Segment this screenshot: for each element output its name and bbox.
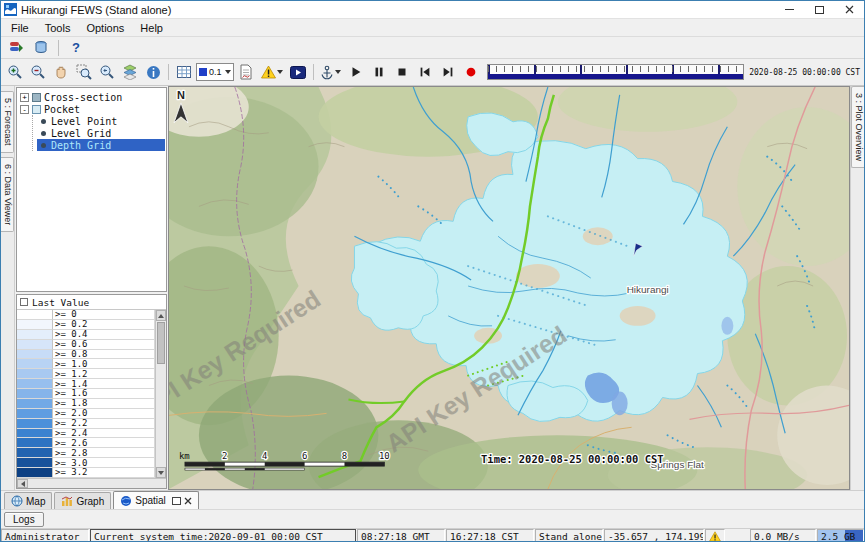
status-system-time: Current system time:2020-09-01 00:00 CST — [90, 529, 356, 542]
legend-list: >= 0 >= 0.2 >= 0.4 >= 0.6 >= 0.8 >= 1.0 … — [17, 310, 155, 478]
last-value-label: Last Value — [32, 297, 89, 308]
maximize-button[interactable] — [804, 1, 834, 18]
zoom-previous-button[interactable] — [96, 62, 118, 82]
menu-file[interactable]: File — [3, 20, 37, 36]
info-icon — [146, 65, 161, 80]
label-hikurangi: Hikurangi — [627, 284, 669, 295]
scroll-left-button[interactable] — [17, 479, 28, 488]
database-red-icon — [9, 40, 24, 55]
status-mode: Stand alone — [535, 529, 603, 542]
menu-options[interactable]: Options — [78, 20, 132, 36]
undock-icon[interactable] — [172, 497, 181, 505]
close-tab-icon[interactable] — [184, 497, 192, 505]
legend-swatch — [17, 438, 53, 448]
tree-item-label: Depth Grid — [51, 140, 111, 151]
timeline-ticks — [488, 66, 744, 72]
help-button[interactable]: ? — [65, 38, 87, 58]
minimize-button[interactable] — [774, 1, 804, 18]
play-icon — [349, 65, 363, 79]
legend-swatch — [17, 340, 53, 350]
tree-item-label: Level Grid — [51, 128, 111, 139]
import-status-button[interactable] — [5, 38, 27, 58]
close-icon — [845, 5, 854, 14]
pause-button[interactable] — [368, 62, 390, 82]
legend-swatch — [17, 350, 53, 360]
expand-icon[interactable]: + — [20, 93, 29, 102]
info-button[interactable] — [142, 62, 164, 82]
tab-plot-overview[interactable]: 3 : Plot Overview — [851, 86, 864, 168]
grid-icon — [176, 64, 192, 80]
last-value-checkbox[interactable] — [20, 298, 28, 306]
logs-row: Logs — [1, 509, 864, 528]
anchor-tools-button[interactable] — [318, 62, 344, 82]
tree-item-level-grid[interactable]: Level Grid — [37, 127, 165, 139]
chevron-down-icon — [277, 70, 283, 74]
status-warning-cell[interactable] — [705, 529, 725, 542]
status-coordinates: -35.657 , 174.199 — [604, 529, 704, 542]
tab-spatial[interactable]: Spatial — [113, 491, 199, 509]
class-value: 0.1 — [209, 67, 222, 77]
scrollbar-thumb[interactable] — [157, 322, 165, 364]
play-button[interactable] — [345, 62, 367, 82]
bullet-icon — [41, 143, 46, 148]
profile-button[interactable] — [235, 62, 257, 82]
close-button[interactable] — [834, 1, 864, 18]
window-title: Hikurangi FEWS (Stand alone) — [21, 4, 171, 16]
tab-data-viewer[interactable]: 6 : Data Viewer — [1, 157, 14, 232]
tree-item-depth-grid[interactable]: Depth Grid — [37, 139, 165, 151]
timeline-slider[interactable] — [487, 64, 745, 80]
layers-tree: + Cross-section - Pocket Level Point — [16, 87, 167, 292]
tree-item-cross-section[interactable]: + Cross-section — [18, 91, 165, 103]
record-button[interactable] — [460, 62, 482, 82]
zoom-window-button[interactable] — [73, 62, 95, 82]
thresholds-button[interactable] — [258, 62, 286, 82]
logs-button[interactable]: Logs — [4, 512, 44, 527]
database-viewer-button[interactable] — [30, 38, 52, 58]
animation-display-button[interactable] — [287, 62, 309, 82]
tree-item-label: Cross-section — [44, 92, 122, 103]
right-tab-strip: 3 : Plot Overview — [850, 86, 864, 490]
zoom-in-button[interactable] — [4, 62, 26, 82]
warning-icon — [709, 531, 721, 542]
grid-display-button[interactable] — [173, 62, 195, 82]
legend-swatch — [17, 419, 53, 429]
scroll-down-button[interactable] — [156, 467, 166, 478]
legend-swatch — [17, 369, 53, 379]
legend-horizontal-scrollbar[interactable] — [17, 478, 166, 488]
step-last-button[interactable] — [437, 62, 459, 82]
stop-button[interactable] — [391, 62, 413, 82]
scale-tick: 6 — [302, 451, 307, 461]
tree-item-pocket[interactable]: - Pocket — [18, 103, 165, 115]
chevron-down-icon — [225, 70, 231, 74]
map-view[interactable]: API Key Required API Key Required Hikura… — [168, 86, 850, 490]
database-blue-icon — [34, 40, 49, 55]
maximize-icon — [815, 6, 824, 14]
tab-graph[interactable]: Graph — [54, 492, 111, 509]
scroll-up-button[interactable] — [156, 310, 166, 321]
tab-map[interactable]: Map — [4, 492, 52, 509]
step-first-button[interactable] — [414, 62, 436, 82]
stop-icon — [395, 65, 409, 79]
menu-help[interactable]: Help — [132, 20, 171, 36]
toolbar-current-time: 2020-08-25 00:00:00 CST — [749, 68, 860, 77]
legend-swatch — [17, 448, 53, 458]
status-memory[interactable]: 2.5 GB — [817, 529, 864, 542]
layers-button[interactable] — [119, 62, 141, 82]
timeline-bar — [488, 74, 744, 79]
tree-item-label: Level Point — [51, 116, 117, 127]
tab-forecast[interactable]: 5 : Forecast — [1, 91, 14, 153]
status-network: 0.0 MB/s — [750, 529, 816, 542]
legend-vertical-scrollbar[interactable] — [155, 310, 166, 478]
app-icon — [4, 3, 17, 16]
zoom-previous-icon — [99, 64, 115, 80]
menu-tools[interactable]: Tools — [37, 20, 79, 36]
collapse-icon[interactable]: - — [20, 105, 29, 114]
tree-item-level-point[interactable]: Level Point — [37, 115, 165, 127]
scale-unit: km — [179, 451, 190, 461]
zoom-out-button[interactable] — [27, 62, 49, 82]
grid-class-combo[interactable]: 0.1 — [196, 63, 234, 81]
main-content: 5 : Forecast 6 : Data Viewer + Cross-sec… — [1, 86, 864, 490]
anchor-icon — [320, 65, 334, 80]
legend-label: >= 3.2 — [53, 468, 155, 478]
pan-button[interactable] — [50, 62, 72, 82]
